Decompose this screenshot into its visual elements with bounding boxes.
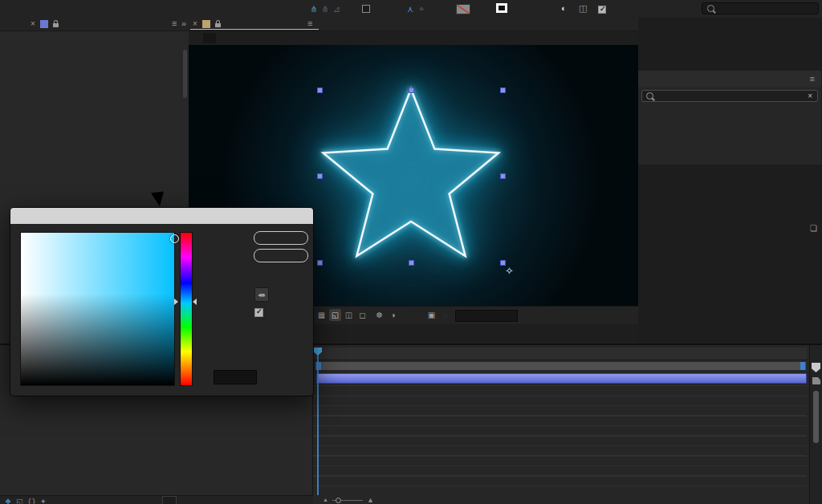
comp-breadcrumb-chip[interactable] [203,33,216,43]
lock-icon[interactable] [53,23,59,27]
zoom-slider-knob[interactable] [336,498,341,503]
saturation-selector-circle[interactable] [170,234,179,243]
saturation-brightness-map[interactable] [20,232,175,386]
comp-button-icon[interactable] [812,377,820,384]
composition-mini-flowchart-icon[interactable]: ❖ [5,498,11,504]
playhead-line [317,348,319,495]
ok-button[interactable] [254,231,308,245]
guides-icon[interactable]: ◻ [356,309,368,321]
track-rows [313,385,807,495]
snapping-checkbox[interactable] [362,5,370,13]
timeline-right-gutter [809,345,822,504]
panel-resize-icon[interactable]: ❏ [810,224,817,233]
effect-controls-scrollbar[interactable] [183,50,187,98]
toolbar-divider: | [297,3,299,12]
help-search-input[interactable] [718,3,806,14]
hue-marker-left[interactable] [174,299,178,305]
panel-menu-icon[interactable]: ≡ [307,18,312,28]
search-icon [646,92,653,100]
snapshot-camera-icon[interactable]: ▣ [425,309,437,321]
cancel-button[interactable] [254,249,308,262]
channel-wheel-icon[interactable]: ☸ [373,309,385,321]
zoom-out-mountain-icon[interactable]: ▲ [323,497,328,502]
close-icon[interactable]: × [193,19,197,28]
composition-tabbar: × ≡ [189,18,638,31]
zoom-in-mountain-icon[interactable]: ▲ [367,496,374,504]
transparency-grid-icon[interactable]: ▦ [315,309,328,321]
search-icon [707,5,714,12]
expressions-toggle-icon[interactable]: {} [27,498,36,504]
auto-open-panel-checkbox[interactable] [598,6,606,14]
new-color-swatch [200,232,230,253]
timecode-display[interactable] [455,310,518,322]
snap-option-icon-2[interactable]: ⌖ [414,2,429,16]
add-shape-icon[interactable]: ◐ [561,3,567,13]
effects-presets-search-box[interactable]: × [641,90,818,102]
panel-toggle-icon[interactable]: ◫ [579,3,587,14]
clear-search-icon[interactable]: × [808,91,812,100]
show-snapshot-icon[interactable]: ◌ [439,309,451,321]
help-search-box[interactable] [702,2,819,14]
selection-handle-mid-left[interactable] [317,173,323,179]
after-effects-window: | ⋔ ⋔ ⊿ ⋏ ⌖ ◐ ◫ × ≡ » [0,0,822,504]
hex-input[interactable] [214,370,257,384]
toggle-switches-modes-button[interactable] [162,496,177,504]
exposure-icon[interactable]: ◑ [387,309,399,321]
timeline-ruler[interactable] [313,348,807,360]
active-tab-underline [190,29,319,30]
fill-swatch[interactable] [456,4,470,14]
effects-presets-search-input[interactable] [657,91,804,101]
selection-handle-bottom-left[interactable] [317,260,323,266]
timeline-vertical-scrollbar[interactable] [813,391,819,443]
panel-color-swatch [202,20,210,28]
effect-controls-tabbar: × ≡ » [0,18,189,31]
timeline-track-area: ▲ ▲ [313,345,809,504]
anchor-point-icon[interactable]: ✧ [505,265,514,277]
region-of-interest-icon[interactable]: ◱ [329,309,341,321]
timeline-zoom-control: ▲ ▲ [323,497,379,504]
selection-handle-top-right[interactable] [500,87,506,93]
effects-presets-content: × ❏ [638,87,821,165]
neon-star-shape[interactable] [324,89,498,256]
sidebar-item-effects-presets[interactable]: ≡ [638,71,821,87]
comp-marker-bin-icon[interactable] [812,363,820,372]
selection-handle-bottom-center[interactable] [409,260,414,266]
timeline-status-bar: ❖ ◱ {} ✦ [0,495,313,504]
layer-duration-bar[interactable] [316,373,807,384]
stroke-swatch[interactable] [496,3,507,13]
work-area-end-handle[interactable] [800,362,805,370]
frame-blend-icon[interactable]: ✦ [40,498,47,504]
selection-handle-mid-right[interactable] [500,173,506,179]
selection-handle-top-left[interactable] [317,87,323,93]
panel-overflow-icon[interactable]: » [181,18,186,28]
current-color-swatch [200,253,230,274]
hue-strip[interactable] [180,232,193,386]
panel-menu-icon[interactable]: ≡ [172,18,177,28]
panel-menu-icon[interactable]: ≡ [810,71,815,87]
shy-layers-icon[interactable]: ◱ [16,498,23,504]
panel-color-swatch [40,20,48,28]
close-icon[interactable]: × [31,19,35,28]
preview-checkbox[interactable] [254,308,263,317]
top-toolbar: | ⋔ ⋔ ⊿ ⋏ ⌖ ◐ ◫ [0,0,822,18]
selection-handle-top-center[interactable] [409,87,414,93]
eyedropper-icon: ✐ [256,289,267,300]
lock-icon[interactable] [215,23,221,27]
color-picker-dialog: ✐ [10,207,314,396]
view-axis-mode-icon[interactable]: ⊿ [329,2,344,16]
hue-marker-right[interactable] [193,299,197,305]
work-area-bar[interactable] [315,361,807,371]
mask-visibility-icon[interactable]: ◫ [343,309,355,321]
right-sidebar: ≡ × ❏ [638,18,822,342]
color-dialog-titlebar[interactable] [10,208,313,224]
eyedropper-button[interactable]: ✐ [254,287,269,302]
